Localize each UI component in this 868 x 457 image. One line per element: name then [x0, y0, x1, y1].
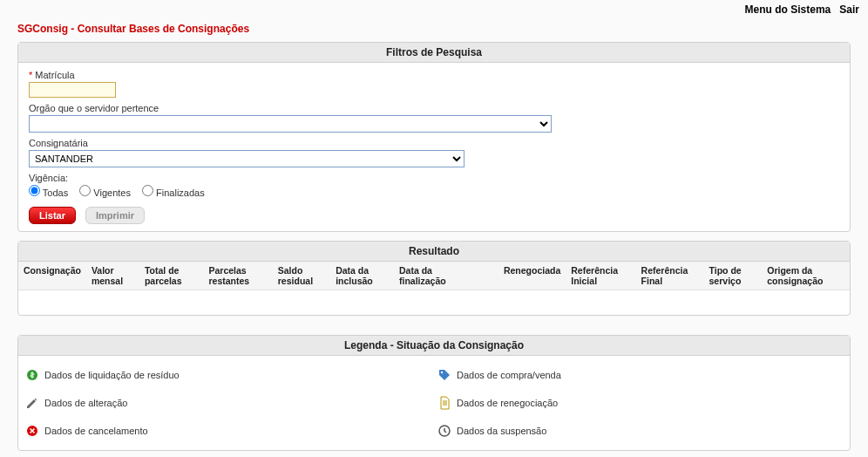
col-ref-inicial: Referência Inicial [566, 262, 635, 290]
currency-refresh-icon [25, 368, 39, 382]
vigencia-vigentes[interactable]: Vigentes [79, 188, 133, 198]
consignataria-label: Consignatária [29, 138, 839, 148]
svg-point-1 [441, 371, 443, 372]
col-spacer3 [488, 262, 498, 290]
vigencia-vigentes-radio[interactable] [79, 185, 91, 196]
col-data-finalizacao: Data da finalização [394, 262, 467, 290]
sair-link[interactable]: Sair [839, 3, 859, 16]
col-tipo-servico: Tipo de serviço [704, 262, 763, 290]
imprimir-button[interactable]: Imprimir [85, 207, 145, 224]
matricula-input[interactable] [29, 82, 116, 98]
legend-item-alteracao: Dados de alteração [22, 389, 434, 417]
vigencia-todas[interactable]: Todas [29, 188, 71, 198]
legend-label: Dados de cancelamento [44, 426, 148, 436]
vigencia-todas-radio[interactable] [29, 185, 40, 196]
result-panel: Resultado Consignação Valor mensal Total… [17, 241, 851, 316]
orgao-label: Orgão que o servidor pertence [29, 103, 839, 113]
orgao-select[interactable] [29, 115, 552, 133]
tag-icon [437, 368, 451, 382]
legend-label: Dados da suspensão [457, 426, 546, 436]
col-valor-mensal: Valor mensal [86, 262, 139, 290]
col-origem: Origem da consignação [762, 262, 850, 290]
col-spacer1 [467, 262, 478, 290]
legend-label: Dados de renegociação [457, 398, 558, 408]
vigencia-label: Vigência: [29, 173, 839, 183]
legend-item-cancelamento: Dados de cancelamento [22, 417, 434, 445]
table-row [18, 290, 850, 315]
listar-button[interactable]: Listar [29, 207, 76, 224]
filters-panel: Filtros de Pesquisa * Matrícula Orgão qu… [17, 42, 851, 232]
col-parcelas-restantes: Parcelas restantes [203, 262, 272, 290]
legend-item-liquidacao: Dados de liquidação de resíduo [22, 361, 434, 389]
clock-icon [437, 424, 451, 438]
col-total-parcelas: Total de parcelas [139, 262, 204, 290]
matricula-label: * Matrícula [29, 70, 839, 80]
legend-item-compra-venda: Dados de compra/venda [434, 361, 846, 389]
result-table: Consignação Valor mensal Total de parcel… [18, 262, 850, 315]
legend-label: Dados de compra/venda [457, 370, 561, 380]
col-saldo-residual: Saldo residual [273, 262, 330, 290]
filters-header: Filtros de Pesquisa [18, 43, 850, 63]
vigencia-finalizadas-radio[interactable] [142, 185, 153, 196]
vigencia-finalizadas[interactable]: Finalizadas [142, 188, 205, 198]
legend-panel: Legenda - Situação da Consignação Dados … [17, 335, 851, 451]
col-spacer2 [478, 262, 488, 290]
legend-header: Legenda - Situação da Consignação [18, 336, 850, 356]
col-data-inclusao: Data da inclusão [330, 262, 394, 290]
consignataria-select[interactable]: SANTANDER [29, 150, 465, 167]
edit-icon [25, 396, 39, 410]
result-header: Resultado [18, 242, 850, 262]
cancel-icon [25, 424, 39, 438]
legend-item-renegociacao: Dados de renegociação [434, 389, 846, 417]
document-icon [437, 396, 451, 410]
legend-label: Dados de liquidação de resíduo [44, 370, 180, 380]
page-title: SGConsig - Consultar Bases de Consignaçõ… [0, 19, 868, 42]
legend-label: Dados de alteração [44, 398, 127, 408]
col-consignacao: Consignação [18, 262, 86, 290]
col-renegociada: Renegociada [498, 262, 566, 290]
legend-item-suspensao: Dados da suspensão [434, 417, 846, 445]
col-ref-final: Referência Final [636, 262, 704, 290]
menu-sistema-link[interactable]: Menu do Sistema [745, 3, 831, 16]
